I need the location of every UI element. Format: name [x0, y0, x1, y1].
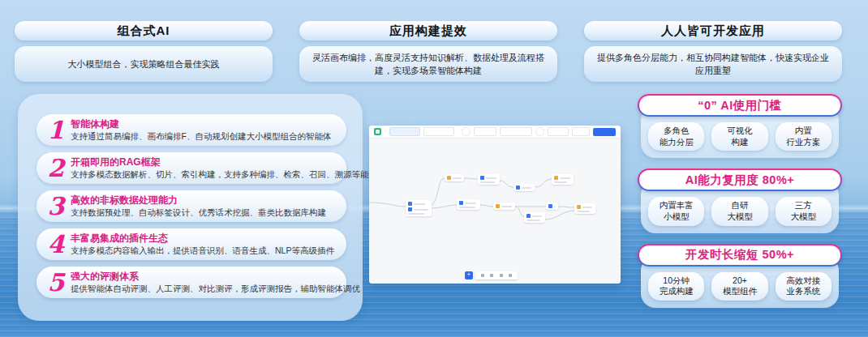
benefit-tag: 10分钟 完成构建 — [648, 272, 704, 301]
flow-node[interactable] — [457, 199, 480, 210]
help-icon[interactable] — [462, 127, 471, 136]
benefit-header-pill: 开发时长缩短 50%+ — [638, 244, 842, 267]
flow-node[interactable] — [513, 184, 535, 191]
workflow-canvas[interactable] — [369, 139, 621, 284]
canvas-tab-secondary[interactable] — [423, 127, 454, 136]
capability-item-3: 3 高效的非标数据处理能力 支持数据预处理、自动标签设计、优秀话术挖掘、垂类比数… — [37, 190, 346, 222]
feature-col-build-efficiency: 应用构建提效 灵活画布编排，高度灵活支持知识解析、数据处理及流程搭建，实现多场景… — [299, 21, 557, 82]
benefit-group-ai-reuse: AI能力复用度 80%+ 内置丰富 小模型 自研 大模型 三方 大模型 — [638, 168, 842, 232]
toolbar-button[interactable] — [474, 127, 496, 136]
benefit-title: AI能力复用度 80%+ — [639, 170, 840, 190]
feature-col-composite-ai: 组合式AI 大小模型组合，实现策略组合最佳实践 — [15, 21, 273, 82]
app-toolbar — [369, 126, 621, 139]
flow-node[interactable] — [493, 203, 515, 210]
benefit-tag: 自研 大模型 — [711, 197, 767, 225]
benefit-group-dev-time: 开发时长缩短 50%+ 10分钟 完成构建 20+ 模型组件 高效对接 业务系统 — [638, 244, 842, 308]
benefit-tag: 内置丰富 小模型 — [648, 197, 704, 225]
capability-item-5: 5 强大的评测体系 提供智能体自动评测、人工评测、对比测评，形成评测报告，辅助智… — [37, 267, 346, 298]
benefit-header-pill: AI能力复用度 80%+ — [638, 168, 842, 191]
flow-node[interactable] — [552, 174, 574, 185]
capability-description: 支持通过简易编排、画布编排F、自动规划创建大小模型组合的智能体 — [71, 131, 338, 142]
benefit-title: 开发时长缩短 50%+ — [639, 245, 840, 265]
feature-col-everyone-develops: 人人皆可开发应用 提供多角色分层能力，相互协同构建智能体，快速实现企业应用重塑 — [584, 21, 842, 82]
debug-button[interactable] — [548, 127, 569, 136]
feature-description: 灵活画布编排，高度灵活支持知识解析、数据处理及流程搭建，实现多场景智能体构建 — [299, 46, 557, 82]
zoom-in-icon[interactable] — [481, 274, 484, 277]
toolbar-dropdown[interactable] — [500, 127, 532, 136]
fit-view-icon[interactable] — [500, 274, 503, 277]
flow-node[interactable] — [406, 200, 432, 216]
capability-number: 3 — [41, 194, 71, 219]
capability-title: 高效的非标数据处理能力 — [71, 194, 338, 206]
feature-description: 提供多角色分层能力，相互协同构建智能体，快速实现企业应用重塑 — [584, 46, 842, 82]
feature-title-pill: 应用构建提效 — [299, 21, 557, 41]
zoom-out-icon[interactable] — [490, 274, 493, 277]
benefit-tag: 多角色 能力分层 — [648, 122, 704, 151]
capability-number: 5 — [41, 271, 71, 295]
benefit-tag: 20+ 模型组件 — [711, 272, 767, 301]
save-button[interactable] — [572, 127, 590, 136]
benefit-tag: 高效对接 业务系统 — [776, 272, 831, 301]
capability-description: 提供智能体自动评测、人工评测、对比测评，形成评测报告，辅助智能体调优 — [71, 284, 338, 294]
flow-node[interactable] — [445, 174, 464, 181]
add-node-button[interactable] — [465, 271, 473, 279]
canvas-zoom-toolbar — [465, 271, 518, 279]
capabilities-panel: 1 智能体构建 支持通过简易编排、画布编排F、自动规划创建大小模型组合的智能体 … — [18, 94, 363, 321]
capability-description: 支持多模态数据解析、切片、索引构建，支持多种编排、检索、召回、溯源等能力 — [71, 169, 338, 180]
canvas-tools-pill — [475, 271, 518, 279]
benefit-header-pill: “0” AI使用门槛 — [638, 94, 842, 117]
flow-node[interactable] — [546, 203, 558, 210]
benefit-title: “0” AI使用门槛 — [639, 96, 840, 115]
capability-item-4: 4 丰富易集成的插件生态 支持多模态内容输入输出，提供语音识别、语音生成、NLP… — [37, 228, 346, 260]
capability-title: 智能体构建 — [71, 118, 338, 130]
benefit-tag: 内置 行业方案 — [776, 122, 831, 151]
capability-title: 强大的评测体系 — [71, 271, 338, 282]
minimap-icon[interactable] — [509, 274, 512, 277]
capability-title: 开箱即用的RAG框架 — [71, 156, 338, 168]
refresh-icon[interactable] — [535, 127, 544, 136]
benefits-column: “0” AI使用门槛 多角色 能力分层 可视化 构建 内置 行业方案 AI能力复… — [638, 94, 842, 308]
capability-number: 2 — [41, 156, 71, 181]
capability-description: 支持数据预处理、自动标签设计、优秀话术挖掘、垂类比数据库构建 — [71, 207, 338, 218]
capability-number: 4 — [41, 232, 71, 257]
top-feature-row: 组合式AI 大小模型组合，实现策略组合最佳实践 应用构建提效 灵活画布编排，高度… — [15, 21, 842, 82]
feature-description: 大小模型组合，实现策略组合最佳实践 — [15, 46, 273, 82]
feature-title-pill: 人人皆可开发应用 — [584, 21, 842, 41]
benefit-tag: 可视化 构建 — [711, 122, 767, 151]
capability-description: 支持多模态内容输入输出，提供语音识别、语音生成、NLP等高级插件 — [71, 245, 338, 256]
flow-node[interactable] — [524, 212, 545, 223]
publish-button[interactable] — [593, 128, 616, 136]
benefit-group-zero-threshold: “0” AI使用门槛 多角色 能力分层 可视化 构建 内置 行业方案 — [638, 94, 842, 158]
app-logo-icon — [374, 128, 381, 135]
feature-title-pill: 组合式AI — [15, 21, 273, 41]
capability-number: 1 — [41, 118, 71, 143]
capability-title: 丰富易集成的插件生态 — [71, 232, 338, 244]
workflow-app-screenshot — [369, 126, 621, 284]
benefit-tag: 三方 大模型 — [776, 197, 831, 225]
flow-node[interactable] — [478, 174, 500, 185]
capability-item-2: 2 开箱即用的RAG框架 支持多模态数据解析、切片、索引构建，支持多种编排、检索… — [37, 152, 346, 184]
canvas-tab-active[interactable] — [389, 127, 420, 136]
flow-node[interactable] — [574, 203, 595, 214]
capability-item-1: 1 智能体构建 支持通过简易编排、画布编排F、自动规划创建大小模型组合的智能体 — [37, 114, 346, 146]
